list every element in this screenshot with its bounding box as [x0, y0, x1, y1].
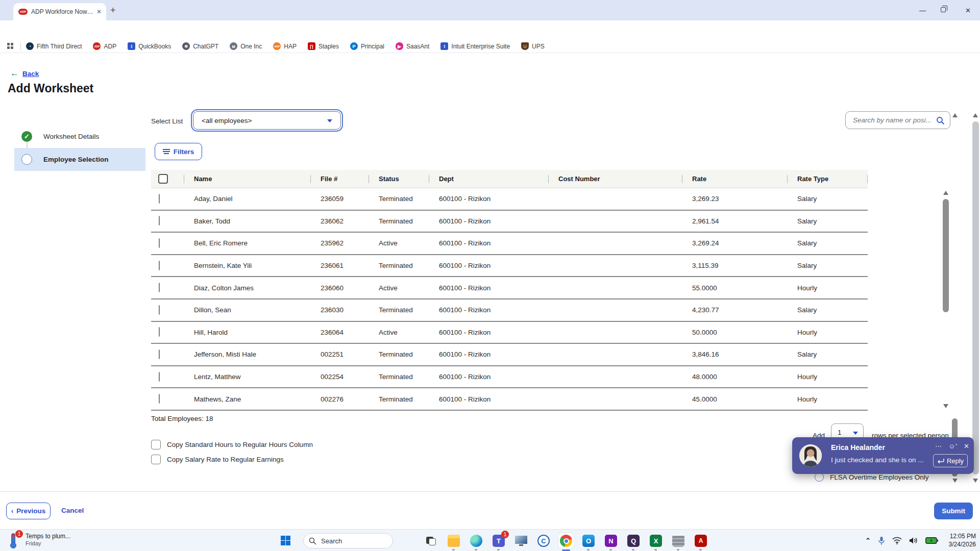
- quickbooks-favicon-icon: I: [128, 42, 135, 50]
- step-employee-selection[interactable]: Employee Selection: [14, 148, 145, 171]
- browser-tab[interactable]: ADP ADP Workforce Now - Payroll D ✕: [13, 3, 106, 20]
- row-checkbox[interactable]: [159, 261, 160, 270]
- column-header-name[interactable]: Name: [184, 170, 310, 188]
- scroll-down-icon[interactable]: [973, 479, 978, 483]
- back-label[interactable]: Back: [22, 70, 39, 78]
- search-icon[interactable]: [936, 116, 945, 125]
- table-row[interactable]: Bell, Eric Romere235962Active600100 - Ri…: [151, 233, 868, 255]
- table-row[interactable]: Diaz, Colton James236060Active600100 - R…: [151, 277, 868, 299]
- quickbooks-app-icon[interactable]: Q: [626, 533, 641, 548]
- scroll-down-icon[interactable]: [943, 404, 948, 408]
- reply-button[interactable]: Reply: [933, 454, 968, 467]
- table-row[interactable]: Baker, Todd236062Terminated600100 - Rizi…: [151, 211, 868, 233]
- start-button[interactable]: [281, 536, 290, 545]
- employee-search-input[interactable]: Search by name or posi...: [845, 111, 950, 129]
- tray-chevron-icon[interactable]: ⌃: [865, 537, 871, 544]
- task-view-icon[interactable]: [424, 533, 439, 548]
- table-row[interactable]: Dillon, Sean236030Terminated600100 - Riz…: [151, 299, 868, 322]
- weather-toast-title[interactable]: Temps to plum...: [26, 533, 70, 540]
- bookmark-item[interactable]: ∏Staples: [308, 42, 339, 50]
- window-close-button[interactable]: ✕: [965, 7, 971, 14]
- teams-notification-toast[interactable]: Erica Healander I just checked and she i…: [792, 437, 974, 474]
- row-checkbox[interactable]: [159, 216, 160, 226]
- outlook-icon[interactable]: O: [581, 533, 596, 548]
- window-minimize-button[interactable]: —: [919, 7, 926, 14]
- back-link[interactable]: ← Back: [10, 68, 39, 79]
- step-worksheet-details[interactable]: ✓ Worksheet Details: [14, 125, 145, 148]
- scroll-up-icon[interactable]: [952, 113, 958, 117]
- emoji-reaction-icon[interactable]: ☺+: [948, 442, 958, 450]
- row-checkbox[interactable]: [159, 349, 160, 359]
- column-header-dept[interactable]: Dept: [429, 170, 548, 188]
- copy-standard-hours-option[interactable]: Copy Standard Hours to Regular Hours Col…: [151, 440, 313, 449]
- filters-button[interactable]: Filters: [155, 143, 202, 160]
- row-checkbox[interactable]: [159, 238, 160, 248]
- scroll-up-icon[interactable]: [973, 113, 978, 117]
- acrobat-icon[interactable]: A: [693, 533, 708, 548]
- file-explorer-icon[interactable]: [446, 533, 461, 548]
- wifi-icon[interactable]: [892, 537, 902, 544]
- microphone-icon[interactable]: [878, 536, 885, 545]
- submit-button[interactable]: Submit: [934, 503, 973, 519]
- row-checkbox[interactable]: [159, 327, 160, 337]
- scrollbar-thumb[interactable]: [943, 199, 949, 312]
- remote-desktop-icon[interactable]: [513, 533, 529, 548]
- previous-button[interactable]: ‹ Previous: [6, 503, 51, 519]
- more-options-icon[interactable]: ⋯: [935, 442, 942, 450]
- cell-file: 002276: [310, 395, 369, 403]
- row-checkbox[interactable]: [159, 372, 160, 382]
- bookmark-item[interactable]: IIntuit Enterprise Suite: [440, 42, 510, 50]
- bookmark-item[interactable]: ✳ChatGPT: [182, 42, 218, 50]
- cancel-button[interactable]: Cancel: [61, 507, 84, 514]
- new-tab-button[interactable]: +: [110, 6, 116, 15]
- scroll-down-icon[interactable]: [952, 479, 958, 483]
- copy-salary-rate-option[interactable]: Copy Salary Rate to Regular Earnings: [151, 455, 284, 464]
- table-row[interactable]: Jefferson, Misti Hale002251Terminated600…: [151, 344, 868, 366]
- table-row[interactable]: Bernstein, Kate Yili236061Terminated6001…: [151, 255, 868, 278]
- column-header-rate-type[interactable]: Rate Type: [787, 170, 868, 188]
- column-header-cost-number[interactable]: Cost Number: [548, 170, 682, 188]
- bookmark-item[interactable]: HAPHAP: [273, 42, 297, 50]
- copy-salary-rate-checkbox[interactable]: [151, 455, 161, 464]
- taskbar-weather-widget[interactable]: 1: [6, 531, 20, 548]
- scroll-up-icon[interactable]: [943, 191, 948, 195]
- column-header-file[interactable]: File #: [310, 170, 369, 188]
- taskbar-search[interactable]: Search: [303, 533, 393, 548]
- chrome-icon[interactable]: [558, 533, 574, 548]
- c-app-icon[interactable]: C: [536, 533, 551, 548]
- row-checkbox[interactable]: [159, 283, 160, 292]
- bookmark-item[interactable]: PPrincipal: [350, 42, 384, 50]
- bookmark-item[interactable]: ▶SaasAnt: [396, 42, 429, 50]
- fifth-third-direct-favicon-icon: ◔: [26, 42, 34, 50]
- battery-icon[interactable]: [925, 537, 938, 544]
- edge-icon[interactable]: [469, 533, 484, 548]
- row-checkbox[interactable]: [159, 194, 160, 204]
- bookmark-item[interactable]: IQuickBooks: [128, 42, 171, 50]
- taskbar-clock[interactable]: 12:05 PM 3/24/2026: [949, 532, 976, 548]
- table-row[interactable]: Hill, Harold236064Active600100 - Rizikon…: [151, 322, 868, 344]
- speaker-icon[interactable]: [909, 537, 918, 544]
- column-header-rate[interactable]: Rate: [682, 170, 787, 188]
- copy-standard-hours-checkbox[interactable]: [151, 440, 161, 449]
- row-checkbox[interactable]: [159, 305, 160, 315]
- select-all-checkbox[interactable]: [158, 174, 168, 184]
- calculator-icon[interactable]: [671, 533, 686, 548]
- bookmark-item[interactable]: ◔Fifth Third Direct: [26, 42, 82, 50]
- select-list-dropdown[interactable]: <all employees>: [193, 111, 341, 130]
- bookmark-item[interactable]: ADPADP: [93, 42, 116, 50]
- table-row[interactable]: Aday, Daniel236059Terminated600100 - Riz…: [151, 188, 868, 211]
- tab-close-icon[interactable]: ✕: [96, 8, 102, 15]
- close-icon[interactable]: ✕: [964, 442, 969, 450]
- table-row[interactable]: Mathews, Zane002276Terminated600100 - Ri…: [151, 388, 868, 411]
- window-restore-button[interactable]: [941, 7, 946, 12]
- table-row[interactable]: Lentz, Matthew002254Terminated600100 - R…: [151, 366, 868, 389]
- teams-icon[interactable]: T1: [491, 533, 506, 548]
- excel-icon[interactable]: X: [648, 533, 664, 548]
- bookmark-item[interactable]: ᴍOne Inc: [230, 42, 262, 50]
- apps-grid-icon[interactable]: [7, 43, 14, 50]
- onenote-icon[interactable]: N: [603, 533, 619, 548]
- scrollbar-thumb[interactable]: [972, 121, 979, 474]
- column-header-status[interactable]: Status: [369, 170, 429, 188]
- row-checkbox[interactable]: [159, 394, 160, 404]
- bookmark-item[interactable]: UUPS: [521, 42, 545, 50]
